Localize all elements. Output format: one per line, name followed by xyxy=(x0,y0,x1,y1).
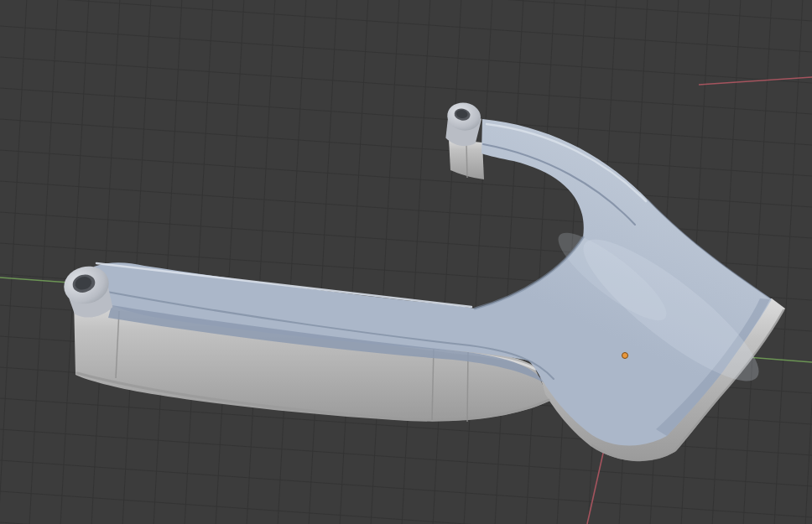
base-end-seam xyxy=(466,143,467,178)
viewport-canvas[interactable] xyxy=(0,0,812,524)
base-seam-mid-2 xyxy=(467,352,468,422)
object-origin-dot[interactable] xyxy=(622,353,628,359)
viewport-3d[interactable] xyxy=(0,0,812,524)
